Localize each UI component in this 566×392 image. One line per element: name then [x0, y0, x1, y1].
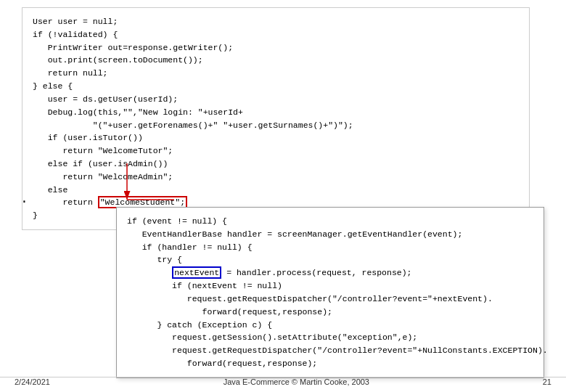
code-line: else [33, 184, 519, 197]
code-line: PrintWriter out=response.getWriter(); [33, 41, 519, 54]
code-line: user = ds.getUser(userId); [33, 93, 519, 106]
code-line: try { [127, 253, 533, 266]
code-line: return "WelcomeAdmin"; [33, 171, 519, 184]
catch-keyword: catch [167, 320, 192, 330]
code-line: forward(request,response); [127, 306, 533, 319]
footer: 2/24/2021 Java E-Commerce © Martin Cooke… [0, 377, 566, 386]
code-line: if (!validated) { [33, 28, 519, 41]
code-line: if (handler != null) { [127, 241, 533, 254]
footer-title: Java E-Commerce © Martin Cooke, 2003 [223, 377, 369, 386]
code-line: } else { [33, 80, 519, 93]
code-line: "("+user.getForenames()+" "+user.getSurn… [33, 119, 519, 132]
code-line-catch: } catch (Exception c) { [127, 319, 533, 332]
code-line: request.getRequestDispatcher("/controlle… [127, 344, 533, 357]
code-block-bottom: if (event != null) { EventHandlerBase ha… [116, 207, 544, 378]
footer-page-number: 21 [543, 377, 551, 386]
code-line: else if (user.isAdmin()) [33, 158, 519, 171]
code-line: return null; [33, 67, 519, 80]
code-line: EventHandlerBase handler = screenManager… [127, 228, 533, 241]
dot-marker: · [20, 195, 28, 209]
code-line: if (nextEvent != null) [127, 279, 533, 293]
code-line-nextevent: nextEvent = handler.process(request, res… [127, 266, 533, 279]
code-line: request.getRequestDispatcher("/controlle… [127, 293, 533, 306]
highlight-nextevent: nextEvent [172, 266, 221, 279]
code-line: forward(request,response); [127, 357, 533, 370]
code-line: if (event != null) { [127, 215, 533, 228]
code-line: User user = null; [33, 15, 519, 28]
slide: User user = null; if (!validated) { Prin… [0, 0, 566, 392]
code-line: request.getSession().setAttribute("excep… [127, 331, 533, 344]
code-line: if (user.isTutor()) [33, 131, 519, 144]
code-line: out.print(screen.toDocument()); [33, 54, 519, 67]
code-line: return "WelcomeTutor"; [33, 144, 519, 158]
code-block-top: User user = null; if (!validated) { Prin… [22, 7, 530, 230]
code-line: Debug.log(this,"","New login: "+userId+ [33, 106, 519, 119]
footer-date: 2/24/2021 [15, 377, 50, 386]
